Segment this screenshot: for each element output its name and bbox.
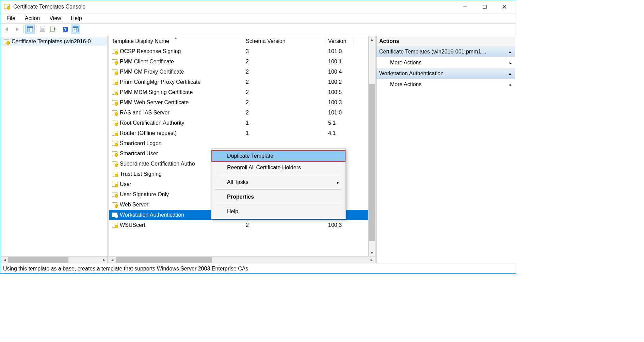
certificate-template-icon bbox=[3, 38, 10, 45]
column-header-name-label: Template Display Name bbox=[112, 38, 169, 44]
forward-button[interactable] bbox=[13, 25, 22, 34]
actions-item-label: More Actions bbox=[390, 81, 421, 88]
menubar: File Action View Help bbox=[0, 13, 516, 24]
toolbar: ? bbox=[0, 24, 516, 35]
actions-more-actions-selection[interactable]: More Actions ▸ bbox=[376, 79, 515, 90]
tree-pane: Certificate Templates (win2016-0 ◄ ► bbox=[1, 36, 108, 263]
properties-button[interactable] bbox=[38, 25, 47, 34]
cell-name-label: PMM MDM Signing Certificate bbox=[120, 89, 193, 95]
tree-content: Certificate Templates (win2016-0 bbox=[1, 36, 108, 256]
table-row[interactable]: PMM CM Proxy Certificate2100.4 bbox=[109, 67, 375, 77]
certificate-template-icon bbox=[112, 130, 118, 136]
menu-help[interactable]: Help bbox=[66, 14, 87, 23]
minimize-button[interactable] bbox=[455, 2, 475, 12]
context-menu-duplicate-template[interactable]: Duplicate Template bbox=[211, 150, 345, 162]
cell-version: 5.1 bbox=[325, 120, 353, 126]
help-button[interactable]: ? bbox=[61, 25, 70, 34]
show-tree-button[interactable] bbox=[25, 25, 35, 34]
cell-version: 101.0 bbox=[325, 110, 353, 116]
cell-name-label: User bbox=[120, 181, 131, 187]
table-row[interactable]: PMM Client Certificate2100.1 bbox=[109, 57, 375, 67]
column-header-schema[interactable]: Schema Version bbox=[243, 36, 325, 46]
cell-name-label: Router (Offline request) bbox=[120, 130, 177, 136]
cell-name-label: Web Server bbox=[120, 202, 148, 208]
actions-group-selection[interactable]: Workstation Authentication ▲ bbox=[376, 68, 515, 79]
certificate-template-icon bbox=[112, 120, 118, 126]
window-controls bbox=[455, 2, 514, 12]
main-area: Certificate Templates (win2016-0 ◄ ► Tem… bbox=[0, 35, 516, 264]
context-menu-help[interactable]: Help bbox=[211, 206, 345, 217]
list-header: Template Display Name ▴ Schema Version V… bbox=[109, 36, 375, 46]
cell-name-label: PMM Web Server Certificate bbox=[120, 99, 189, 106]
cell-name-label: Pmm ConfigMgr Proxy Certificate bbox=[120, 79, 200, 85]
certificate-template-icon bbox=[112, 212, 118, 218]
scroll-left-icon[interactable]: ◄ bbox=[109, 257, 116, 263]
column-header-version[interactable]: Version bbox=[325, 36, 353, 46]
collapse-icon: ▲ bbox=[508, 50, 512, 54]
menu-action[interactable]: Action bbox=[20, 14, 45, 23]
certificate-template-icon bbox=[112, 48, 118, 55]
table-row[interactable]: Router (Offline request)14.1 bbox=[109, 128, 375, 138]
menu-file[interactable]: File bbox=[2, 14, 20, 23]
context-menu-reenroll[interactable]: Reenroll All Certificate Holders bbox=[211, 162, 345, 173]
actions-group-templates[interactable]: Certificate Templates (win2016-001.pmm1…… bbox=[376, 46, 515, 57]
cell-schema: 3 bbox=[243, 48, 325, 55]
table-row[interactable]: OCSP Response Signing3101.0 bbox=[109, 46, 375, 57]
submenu-arrow-icon: ▸ bbox=[510, 60, 512, 65]
cell-schema: 2 bbox=[243, 69, 325, 75]
list-vscrollbar[interactable]: ▲ ▼ bbox=[368, 36, 375, 256]
tree-root-label: Certificate Templates (win2016-0 bbox=[12, 38, 91, 45]
list-pane: Template Display Name ▴ Schema Version V… bbox=[109, 36, 375, 263]
cell-name-label: Smartcard Logon bbox=[120, 140, 162, 146]
cell-name-label: Smartcard User bbox=[120, 151, 158, 157]
certificate-template-icon bbox=[112, 79, 118, 85]
scroll-left-icon[interactable]: ◄ bbox=[1, 257, 8, 263]
table-row[interactable]: Smartcard Logon bbox=[109, 138, 375, 149]
maximize-button[interactable] bbox=[475, 2, 495, 12]
cell-name: Router (Offline request) bbox=[109, 130, 243, 136]
cell-version: 4.1 bbox=[325, 130, 353, 136]
table-row[interactable]: Root Certification Authority15.1 bbox=[109, 118, 375, 128]
scroll-right-icon[interactable]: ► bbox=[368, 257, 375, 263]
actions-more-actions-templates[interactable]: More Actions ▸ bbox=[376, 57, 515, 68]
menu-view[interactable]: View bbox=[45, 14, 66, 23]
close-button[interactable] bbox=[495, 2, 514, 12]
list-hscrollbar[interactable]: ◄ ► bbox=[109, 256, 375, 263]
cell-name-label: PMM Client Certificate bbox=[120, 59, 174, 65]
cell-name-label: Root Certification Authority bbox=[120, 120, 184, 126]
column-header-name[interactable]: Template Display Name ▴ bbox=[109, 36, 243, 46]
cell-name-label: WSUScert bbox=[120, 222, 145, 228]
scroll-down-icon[interactable]: ▼ bbox=[369, 249, 375, 256]
table-row[interactable]: Pmm ConfigMgr Proxy Certificate2100.2 bbox=[109, 77, 375, 87]
cell-name-label: Workstation Authentication bbox=[120, 212, 184, 218]
cell-schema: 2 bbox=[243, 222, 325, 228]
app-icon bbox=[4, 3, 11, 10]
certificate-template-icon bbox=[112, 89, 118, 95]
cell-name-label: Trust List Signing bbox=[120, 171, 162, 177]
svg-rect-16 bbox=[76, 28, 78, 32]
context-menu-properties[interactable]: Properties bbox=[211, 191, 345, 203]
tree-hscrollbar[interactable]: ◄ ► bbox=[1, 256, 108, 263]
context-menu-all-tasks[interactable]: All Tasks ▸ bbox=[211, 176, 345, 188]
scroll-up-icon[interactable]: ▲ bbox=[369, 36, 375, 43]
actions-pane-button[interactable] bbox=[71, 25, 80, 34]
actions-pane-body: Certificate Templates (win2016-001.pmm1…… bbox=[376, 46, 515, 263]
table-row[interactable]: PMM MDM Signing Certificate2100.5 bbox=[109, 87, 375, 97]
collapse-icon: ▲ bbox=[508, 72, 512, 76]
cell-name: PMM CM Proxy Certificate bbox=[109, 69, 243, 75]
context-menu-item-label: Reenroll All Certificate Holders bbox=[227, 165, 301, 171]
cell-schema: 2 bbox=[243, 99, 325, 106]
context-menu-item-label: Duplicate Template bbox=[227, 153, 273, 159]
scroll-right-icon[interactable]: ► bbox=[101, 257, 108, 263]
export-button[interactable] bbox=[48, 25, 58, 34]
table-row[interactable]: PMM Web Server Certificate2100.3 bbox=[109, 97, 375, 108]
titlebar: Certificate Templates Console bbox=[0, 0, 516, 13]
cell-version: 101.0 bbox=[325, 48, 353, 55]
svg-rect-11 bbox=[50, 27, 54, 32]
cell-version: 100.3 bbox=[325, 99, 353, 106]
toolbar-separator bbox=[59, 25, 59, 33]
table-row[interactable]: WSUScert2100.3 bbox=[109, 220, 375, 230]
table-row[interactable]: RAS and IAS Server2101.0 bbox=[109, 108, 375, 118]
tree-root-item[interactable]: Certificate Templates (win2016-0 bbox=[2, 37, 107, 46]
back-button[interactable] bbox=[2, 25, 12, 34]
